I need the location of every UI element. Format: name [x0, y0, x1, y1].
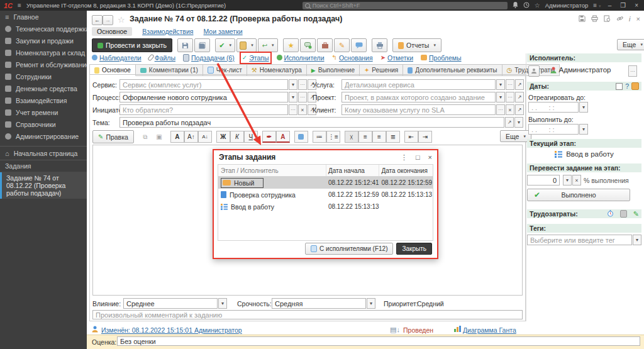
- influence-dropdown-button[interactable]: [218, 298, 227, 309]
- link-podzadachi[interactable]: Подзадачи (6): [183, 54, 235, 62]
- theme-open-button[interactable]: [505, 117, 514, 128]
- tab-moi-zametki[interactable]: Мои заметки: [204, 28, 243, 35]
- complete-until-dropdown[interactable]: [579, 124, 588, 135]
- dates-checkbox[interactable]: [616, 83, 623, 90]
- more-button-top[interactable]: Еще: [617, 39, 644, 50]
- modal-maximize-icon[interactable]: □: [416, 153, 420, 162]
- influence-input[interactable]: [123, 298, 218, 309]
- sidebar-item-interactions[interactable]: Взаимодействия: [0, 94, 87, 106]
- edit-button[interactable]: ✎Правка: [92, 130, 134, 143]
- urgency-dropdown-button[interactable]: [367, 298, 375, 309]
- align-right-button[interactable]: ≡: [372, 131, 386, 143]
- sidebar-item-glavnoe[interactable]: ≡Главное: [0, 11, 87, 23]
- insert-image-button[interactable]: [294, 131, 308, 143]
- copy-link-icon[interactable]: [616, 15, 623, 23]
- service-input[interactable]: [119, 79, 288, 90]
- save-icon[interactable]: [579, 15, 586, 23]
- usluga-open-button[interactable]: [515, 79, 524, 90]
- dates-help-icon[interactable]: ?: [625, 82, 629, 90]
- score-input[interactable]: [117, 336, 640, 346]
- copy-icon[interactable]: ⧉: [138, 131, 152, 143]
- indent-button[interactable]: ⇥: [418, 131, 432, 143]
- portfolio-button[interactable]: [317, 38, 333, 52]
- react-until-dropdown[interactable]: [579, 102, 588, 113]
- percent-dropdown[interactable]: [563, 175, 572, 186]
- theme-dropdown-button[interactable]: [514, 117, 523, 128]
- client-clear-button[interactable]: [506, 104, 514, 115]
- client-input[interactable]: [341, 104, 496, 115]
- redirect-menu-button[interactable]: ↩: [258, 38, 278, 52]
- comment-bubble-button[interactable]: [351, 38, 367, 52]
- usluga-dropdown-button[interactable]: [496, 79, 505, 90]
- nav-forward-button[interactable]: →: [103, 15, 113, 25]
- sidebar-item-repair[interactable]: Ремонт и обслуживание: [0, 58, 87, 70]
- process-input[interactable]: [119, 92, 288, 102]
- global-search-input[interactable]: Поиск Ctrl+Shift+F: [303, 2, 508, 9]
- tab-osnovnoe[interactable]: Основное: [92, 27, 132, 36]
- nav-back-button[interactable]: ←: [92, 15, 103, 25]
- table-row-proverka[interactable]: Проверка сотрудника 08.12.22 15:12:59 08…: [218, 189, 433, 201]
- project-open-button[interactable]: [515, 92, 524, 102]
- edit-pencil-button[interactable]: ✎: [334, 38, 350, 52]
- link-etapy[interactable]: ✓Этапы: [242, 54, 269, 62]
- done-button[interactable]: ✔ Выполнено: [527, 189, 630, 201]
- sidebar-item-nomenclature[interactable]: Номенклатура и склад: [0, 47, 87, 58]
- font-smaller-button[interactable]: A↓: [198, 131, 212, 143]
- project-input[interactable]: [341, 92, 496, 102]
- add-favorite-button[interactable]: ★: [283, 38, 299, 52]
- bold-button[interactable]: Ж: [216, 131, 230, 143]
- sidebar-item-directories[interactable]: Справочники: [0, 118, 87, 130]
- preview-icon[interactable]: [604, 15, 611, 23]
- underline-button[interactable]: Ч: [244, 131, 258, 143]
- font-name-button[interactable]: A: [170, 131, 184, 143]
- numbered-list-button[interactable]: ⋮≡: [326, 131, 340, 143]
- modal-menu-icon[interactable]: ⋮: [401, 153, 408, 162]
- client-open-button[interactable]: [515, 104, 524, 115]
- font-bigger-button[interactable]: A↑: [184, 131, 198, 143]
- theme-input[interactable]: [119, 117, 504, 128]
- sidebar-item-employees[interactable]: Сотрудники: [0, 70, 87, 82]
- reports-button[interactable]: Отчеты: [392, 38, 441, 52]
- initiator-input[interactable]: [119, 104, 288, 115]
- stopwatch-icon[interactable]: [607, 210, 614, 218]
- italic-button[interactable]: К: [230, 131, 244, 143]
- executor-choose-button[interactable]: [628, 65, 637, 77]
- executor-value[interactable]: Администратор: [540, 66, 621, 74]
- save-button[interactable]: [177, 38, 193, 52]
- notifications-bell-icon[interactable]: [513, 2, 518, 9]
- calendar-icon[interactable]: [631, 82, 639, 90]
- sidebar-item-money[interactable]: Денежные средства: [0, 82, 87, 94]
- close-window-button[interactable]: ×: [633, 2, 640, 9]
- postpone-menu-button[interactable]: [236, 38, 257, 52]
- align-justify-button[interactable]: ≣: [386, 131, 400, 143]
- link-faily[interactable]: Файлы: [149, 54, 175, 62]
- link-nablyudateli[interactable]: Наблюдатели: [92, 54, 142, 62]
- save-and-post-button[interactable]: [194, 38, 210, 52]
- edit-labor-icon[interactable]: ✎: [633, 210, 639, 218]
- executor-role-button[interactable]: [528, 65, 540, 77]
- minimize-button[interactable]: –: [606, 2, 614, 9]
- project-dropdown-button[interactable]: [496, 92, 505, 102]
- outdent-button[interactable]: ⇤: [404, 131, 418, 143]
- align-center-button[interactable]: ≡: [358, 131, 372, 143]
- modified-link[interactable]: Изменён: 08.12.2022 15:15:01 Администрат…: [101, 326, 242, 334]
- print-button[interactable]: [372, 38, 387, 52]
- table-row-vvod[interactable]: Ввод в работу 08.12.22 15:13:13: [218, 201, 433, 213]
- main-menu-hamburger-icon[interactable]: ≡: [18, 3, 21, 9]
- service-dropdown-button[interactable]: [289, 79, 297, 90]
- tab-vzaimodeystviya[interactable]: Взаимодействия: [142, 28, 193, 35]
- modal-close-button[interactable]: Закрыть: [396, 243, 432, 255]
- initiator-choose-button[interactable]: [289, 104, 297, 115]
- sidebar-item-home[interactable]: ⌂Начальная страница: [0, 146, 87, 160]
- process-dropdown-button[interactable]: [289, 92, 297, 102]
- process-choose-button[interactable]: [298, 92, 307, 102]
- restore-button[interactable]: ❒: [618, 2, 628, 9]
- link-problemy[interactable]: Проблемы: [421, 54, 462, 62]
- info-icon[interactable]: i: [629, 15, 630, 23]
- percent-input[interactable]: [527, 175, 560, 186]
- percent-clear[interactable]: [572, 175, 581, 186]
- sidebar-section-tasks[interactable]: Задания: [0, 160, 87, 172]
- client-choose-button[interactable]: [496, 104, 505, 115]
- panel-splitter[interactable]: [526, 53, 526, 321]
- sidebar-item-administration[interactable]: Администрирование: [0, 130, 87, 142]
